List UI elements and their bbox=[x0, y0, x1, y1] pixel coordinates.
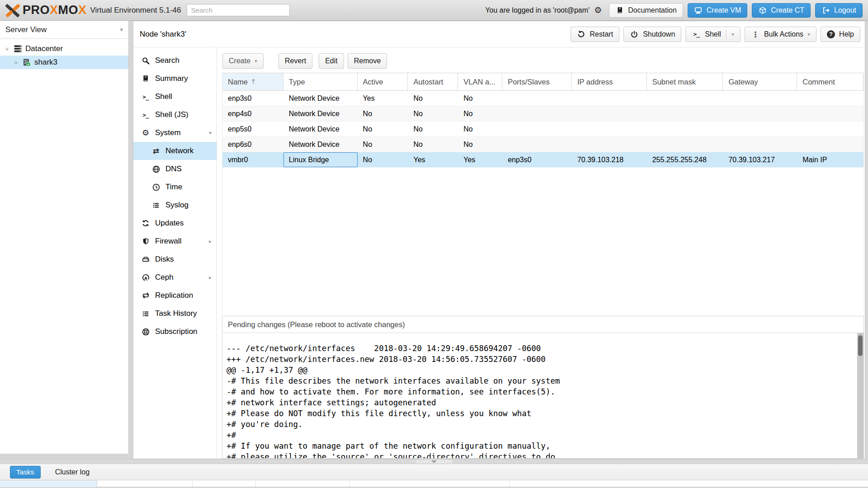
chevron-right-icon[interactable]: ▸ bbox=[209, 238, 212, 244]
cell-ip-address[interactable]: 70.39.103.218 bbox=[572, 152, 647, 167]
column-header-comment[interactable]: Comment bbox=[797, 73, 863, 90]
cell-gateway[interactable] bbox=[723, 137, 797, 152]
scrollbar-thumb[interactable] bbox=[858, 335, 863, 356]
create-button[interactable]: Create ▾ bbox=[222, 53, 264, 69]
cell-type[interactable]: Linux Bridge bbox=[283, 152, 358, 167]
cell-autostart[interactable]: No bbox=[408, 106, 458, 121]
cell-ports-slaves[interactable] bbox=[502, 137, 572, 152]
cell-comment[interactable] bbox=[797, 122, 863, 136]
cell-gateway[interactable] bbox=[723, 122, 797, 136]
table-row-vmbr0[interactable]: vmbr0Linux BridgeNoYesYesenp3s070.39.103… bbox=[222, 152, 863, 168]
chevron-down-icon[interactable]: ▾ bbox=[807, 31, 810, 38]
cell-ports-slaves[interactable] bbox=[502, 106, 572, 121]
cell-autostart[interactable]: Yes bbox=[408, 152, 458, 167]
cell-ports-slaves[interactable]: enp3s0 bbox=[502, 152, 572, 167]
tree-item-datacenter[interactable]: > Datacenter bbox=[0, 42, 128, 56]
logout-button[interactable]: Logout bbox=[815, 3, 863, 18]
nav-item-shell-js[interactable]: >_Shell (JS) bbox=[133, 106, 217, 124]
cell-type[interactable]: Network Device bbox=[283, 106, 358, 121]
shutdown-button[interactable]: Shutdown bbox=[623, 27, 681, 42]
nav-item-ceph[interactable]: Ceph▸ bbox=[133, 268, 217, 286]
table-row-enp4s0[interactable]: enp4s0Network DeviceNoNoNo bbox=[222, 106, 863, 122]
vertical-scrollbar[interactable] bbox=[857, 333, 863, 458]
edit-button[interactable]: Edit bbox=[319, 53, 344, 69]
diff-viewer[interactable]: --- /etc/network/interfaces 2018-03-20 1… bbox=[222, 333, 863, 458]
cell-active[interactable]: No bbox=[358, 106, 408, 121]
nav-item-syslog[interactable]: Syslog bbox=[133, 196, 217, 214]
cell-subnet-mask[interactable] bbox=[647, 106, 723, 121]
column-header-ports-slaves[interactable]: Ports/Slaves bbox=[502, 73, 572, 90]
user-settings-gear-icon[interactable]: ⚙ bbox=[594, 6, 602, 14]
cell-autostart[interactable]: No bbox=[408, 91, 458, 106]
cell-subnet-mask[interactable] bbox=[647, 91, 723, 106]
table-row-enp6s0[interactable]: enp6s0Network DeviceNoNoNo bbox=[222, 137, 863, 152]
cell-ports-slaves[interactable] bbox=[502, 122, 572, 136]
help-button[interactable]: ? Help bbox=[821, 27, 860, 42]
cell-autostart[interactable]: No bbox=[408, 122, 458, 136]
nav-item-task-history[interactable]: Task History bbox=[133, 305, 217, 323]
column-header-type[interactable]: Type bbox=[283, 73, 358, 90]
cell-vlan-a[interactable]: Yes bbox=[458, 152, 502, 167]
cell-type[interactable]: Network Device bbox=[283, 91, 358, 106]
cell-ports-slaves[interactable] bbox=[502, 91, 572, 106]
nav-item-subscription[interactable]: Subscription bbox=[133, 323, 217, 341]
cell-comment[interactable] bbox=[797, 91, 863, 106]
column-header-ip-address[interactable]: IP address bbox=[572, 73, 647, 90]
bottom-panel-splitter[interactable] bbox=[0, 459, 868, 464]
nav-item-search[interactable]: Search bbox=[133, 52, 217, 70]
cell-type[interactable]: Network Device bbox=[283, 122, 358, 136]
cell-autostart[interactable]: No bbox=[408, 137, 458, 152]
table-row-enp3s0[interactable]: enp3s0Network DeviceYesNoNo bbox=[222, 91, 863, 106]
restart-button[interactable]: Restart bbox=[571, 27, 620, 42]
column-header-vlan-a[interactable]: VLAN a... bbox=[458, 73, 502, 90]
column-header-subnet-mask[interactable]: Subnet mask bbox=[647, 73, 723, 90]
cell-ip-address[interactable] bbox=[572, 122, 647, 136]
cell-vlan-a[interactable]: No bbox=[458, 91, 502, 106]
remove-button[interactable]: Remove bbox=[348, 53, 387, 69]
nav-item-replication[interactable]: Replication bbox=[133, 286, 217, 305]
cell-gateway[interactable] bbox=[723, 106, 797, 121]
chevron-down-icon[interactable]: ▾ bbox=[731, 31, 734, 38]
cell-active[interactable]: No bbox=[358, 137, 408, 152]
cell-ip-address[interactable] bbox=[572, 137, 647, 152]
cell-comment[interactable] bbox=[797, 137, 863, 152]
cell-vlan-a[interactable]: No bbox=[458, 122, 502, 136]
tasks-button[interactable]: Tasks bbox=[10, 466, 41, 479]
nav-item-network[interactable]: ⇄Network bbox=[133, 142, 217, 160]
expander-closed-icon[interactable]: > bbox=[13, 59, 19, 66]
cluster-log-button[interactable]: Cluster log bbox=[55, 468, 90, 476]
nav-item-system[interactable]: ⚙System▾ bbox=[133, 124, 217, 142]
cell-vlan-a[interactable]: No bbox=[458, 137, 502, 152]
cell-name[interactable]: enp4s0 bbox=[222, 106, 283, 121]
nav-item-dns[interactable]: DNS bbox=[133, 160, 217, 178]
cell-subnet-mask[interactable] bbox=[647, 137, 723, 152]
create-ct-button[interactable]: Create CT bbox=[752, 3, 811, 18]
nav-item-summary[interactable]: Summary bbox=[133, 70, 217, 88]
nav-item-updates[interactable]: Updates bbox=[133, 214, 217, 232]
cell-name[interactable]: enp3s0 bbox=[222, 91, 283, 106]
cell-name[interactable]: vmbr0 bbox=[222, 152, 283, 167]
cell-name[interactable]: enp5s0 bbox=[222, 122, 283, 136]
cell-type[interactable]: Network Device bbox=[283, 137, 358, 152]
bulk-actions-button[interactable]: ⋮ Bulk Actions ▾ bbox=[745, 27, 816, 42]
column-header-gateway[interactable]: Gateway bbox=[723, 73, 797, 90]
chevron-down-icon[interactable]: ▾ bbox=[209, 130, 212, 136]
column-header-autostart[interactable]: Autostart bbox=[408, 73, 458, 90]
cell-gateway[interactable] bbox=[723, 91, 797, 106]
nav-item-time[interactable]: Time bbox=[133, 178, 217, 196]
cell-name[interactable]: enp6s0 bbox=[222, 137, 283, 152]
column-header-active[interactable]: Active bbox=[358, 73, 408, 90]
documentation-button[interactable]: Documentation bbox=[609, 3, 683, 18]
cell-active[interactable]: No bbox=[358, 152, 408, 167]
cell-active[interactable]: Yes bbox=[358, 91, 408, 106]
cell-comment[interactable] bbox=[797, 106, 863, 121]
table-row-enp5s0[interactable]: enp5s0Network DeviceNoNoNo bbox=[222, 122, 863, 137]
chevron-right-icon[interactable]: ▸ bbox=[209, 274, 212, 281]
nav-item-shell[interactable]: >_Shell bbox=[133, 88, 217, 106]
cell-comment[interactable]: Main IP bbox=[797, 152, 863, 167]
view-selector-dropdown[interactable]: Server View ▾ bbox=[0, 21, 128, 39]
column-header-name[interactable]: Name↑ bbox=[222, 73, 283, 90]
cell-gateway[interactable]: 70.39.103.217 bbox=[723, 152, 797, 167]
revert-button[interactable]: Revert bbox=[278, 53, 312, 69]
cell-active[interactable]: No bbox=[358, 122, 408, 136]
